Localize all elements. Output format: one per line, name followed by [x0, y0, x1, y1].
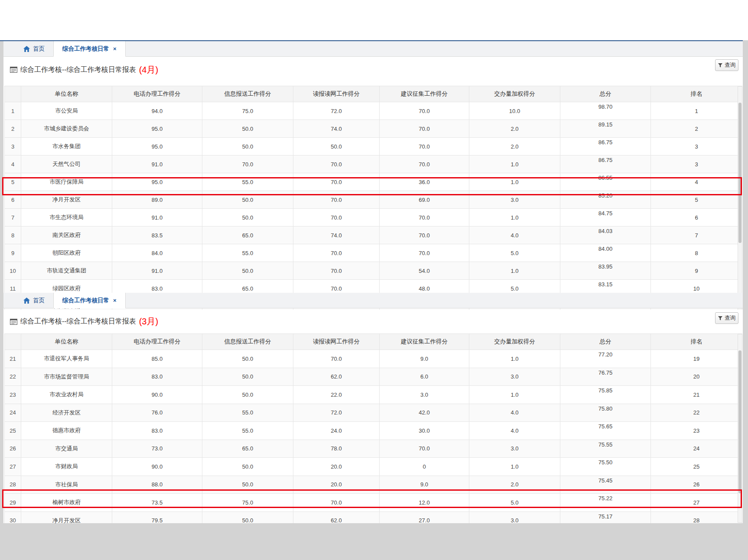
- scrollbar-thumb[interactable]: [738, 350, 741, 493]
- cell-weight: 1.0: [469, 386, 560, 404]
- cell-weight: 4.0: [469, 404, 560, 422]
- cell-tel: 91.0: [112, 262, 202, 280]
- table-row[interactable]: 3市水务集团95.050.050.070.02.086.753: [5, 138, 742, 155]
- page-title-row: 综合工作考核--综合工作考核日常报表 (3月): [3, 310, 743, 333]
- close-icon[interactable]: ×: [113, 45, 117, 52]
- cell-tel: 88.0: [112, 476, 202, 494]
- cell-sugg: 30.0: [380, 422, 469, 440]
- cell-total: 75.22: [560, 494, 651, 512]
- cell-sugg: 70.0: [380, 227, 469, 244]
- cell-info: 55.0: [202, 173, 293, 191]
- cell-info: 55.0: [202, 244, 293, 262]
- home-icon: [23, 46, 30, 52]
- cell-total: 86.75: [560, 138, 651, 155]
- close-icon[interactable]: ×: [113, 297, 117, 304]
- table-row[interactable]: 28市社保局88.050.020.09.02.075.4526: [5, 476, 742, 494]
- cell-sugg: 0: [380, 458, 469, 476]
- cell-rank: 22: [651, 404, 742, 422]
- table-row[interactable]: 24经济开发区76.055.072.042.04.075.8022: [5, 404, 742, 422]
- table-row[interactable]: 1市公安局94.075.072.070.010.098.701: [5, 102, 742, 120]
- query-button[interactable]: 查询: [715, 312, 738, 324]
- cell-no: 27: [5, 458, 21, 476]
- cell-name: 市公安局: [21, 102, 112, 120]
- cell-info: 55.0: [202, 404, 293, 422]
- cell-rank: 27: [651, 494, 742, 512]
- column-header-index: [5, 86, 21, 102]
- cell-tel: 73.5: [112, 494, 202, 512]
- column-header-info-score: 信息报送工作得分: [202, 334, 293, 350]
- table-row[interactable]: 7市生态环境局91.050.070.070.01.084.756: [5, 209, 742, 227]
- tab-daily-assessment[interactable]: 综合工作考核日常 ×: [53, 293, 126, 308]
- cell-sugg: 70.0: [380, 209, 469, 227]
- page-title-month: (3月): [139, 316, 158, 327]
- cell-sugg: 12.0: [380, 494, 469, 512]
- table-row[interactable]: 5市医疗保障局95.055.070.036.01.086.554: [5, 173, 742, 191]
- panel-march: 首页 综合工作考核日常 × 综合工作考核--综合工作考核日常报表 (3月) 查询: [0, 290, 748, 523]
- cell-rank: 8: [651, 244, 742, 262]
- cell-no: 6: [5, 191, 21, 209]
- table-row[interactable]: 25德惠市政府83.055.024.030.04.075.6523: [5, 422, 742, 440]
- query-button[interactable]: 查询: [715, 59, 738, 71]
- table-row[interactable]: 2市城乡建设委员会95.050.074.070.02.089.152: [5, 120, 742, 138]
- column-header-read-score: 读报读网工作得分: [293, 86, 380, 102]
- cell-name: 经济开发区: [21, 404, 112, 422]
- cell-weight: 1.0: [469, 173, 560, 191]
- cell-tel: 83.0: [112, 368, 202, 386]
- cell-tel: 90.0: [112, 458, 202, 476]
- tab-bar: 首页 综合工作考核日常 ×: [3, 293, 743, 308]
- cell-info: 50.0: [202, 191, 293, 209]
- cell-total: 98.70: [560, 102, 651, 120]
- table-row[interactable]: 22市市场监督管理局83.050.062.06.03.076.7520: [5, 368, 742, 386]
- cell-read: 72.0: [293, 404, 380, 422]
- cell-rank: 25: [651, 458, 742, 476]
- cell-no: 24: [5, 404, 21, 422]
- tab-home-label: 首页: [33, 45, 45, 53]
- table-row[interactable]: 23市农业农村局90.050.022.03.01.075.8521: [5, 386, 742, 404]
- cell-weight: 3.0: [469, 440, 560, 458]
- cell-info: 50.0: [202, 368, 293, 386]
- cell-name: 朝阳区政府: [21, 244, 112, 262]
- assessment-table-april: 单位名称 电话办理工作得分 信息报送工作得分 读报读网工作得分 建议征集工作得分…: [4, 86, 742, 315]
- cell-info: 55.0: [202, 422, 293, 440]
- scrollbar-thumb[interactable]: [738, 103, 741, 243]
- tab-home[interactable]: 首页: [15, 41, 53, 56]
- tab-home[interactable]: 首页: [15, 293, 53, 308]
- cell-total: 75.45: [560, 476, 651, 494]
- table-row[interactable]: 26市交通局73.065.078.070.03.075.5524: [5, 440, 742, 458]
- cell-info: 50.0: [202, 262, 293, 280]
- cell-sugg: 36.0: [380, 173, 469, 191]
- table-row[interactable]: 8南关区政府83.565.074.070.04.084.037: [5, 227, 742, 244]
- table-row[interactable]: 10市轨道交通集团91.050.070.054.01.083.959: [5, 262, 742, 280]
- table-row[interactable]: 9朝阳区政府84.055.070.070.05.084.008: [5, 244, 742, 262]
- cell-read: 78.0: [293, 440, 380, 458]
- cell-rank: 6: [651, 209, 742, 227]
- cell-tel: 84.0: [112, 244, 202, 262]
- cell-no: 28: [5, 476, 21, 494]
- cell-name: 净月开发区: [21, 191, 112, 209]
- cell-no: 4: [5, 155, 21, 173]
- column-header-index: [5, 334, 21, 350]
- column-header-total-score: 总分: [560, 334, 651, 350]
- cell-weight: 1.0: [469, 155, 560, 173]
- column-header-rank: 排名: [651, 86, 742, 102]
- cell-total: 75.55: [560, 440, 651, 458]
- table-row[interactable]: 6净月开发区89.050.070.069.03.085.205: [5, 191, 742, 209]
- table-row[interactable]: 27市财政局90.050.020.001.075.5025: [5, 458, 742, 476]
- cell-no: 21: [5, 350, 21, 368]
- table-row[interactable]: 29榆树市政府73.575.070.012.05.075.2227: [5, 494, 742, 512]
- cell-tel: 73.0: [112, 440, 202, 458]
- cell-name: 榆树市政府: [21, 494, 112, 512]
- table-row[interactable]: 4天然气公司91.070.070.070.01.086.753: [5, 155, 742, 173]
- tab-active-label: 综合工作考核日常: [62, 297, 109, 304]
- table-scrollbar[interactable]: [738, 334, 742, 523]
- tab-daily-assessment[interactable]: 综合工作考核日常 ×: [53, 41, 126, 57]
- table-row[interactable]: 21市退役军人事务局85.050.070.09.01.077.2019: [5, 350, 742, 368]
- cell-sugg: 6.0: [380, 368, 469, 386]
- cell-total: 75.80: [560, 404, 651, 422]
- cell-weight: 1.0: [469, 262, 560, 280]
- cell-read: 70.0: [293, 191, 380, 209]
- cell-read: 70.0: [293, 173, 380, 191]
- cell-tel: 91.0: [112, 155, 202, 173]
- cell-sugg: 70.0: [380, 138, 469, 155]
- column-header-weighted-score: 交办量加权得分: [469, 334, 560, 350]
